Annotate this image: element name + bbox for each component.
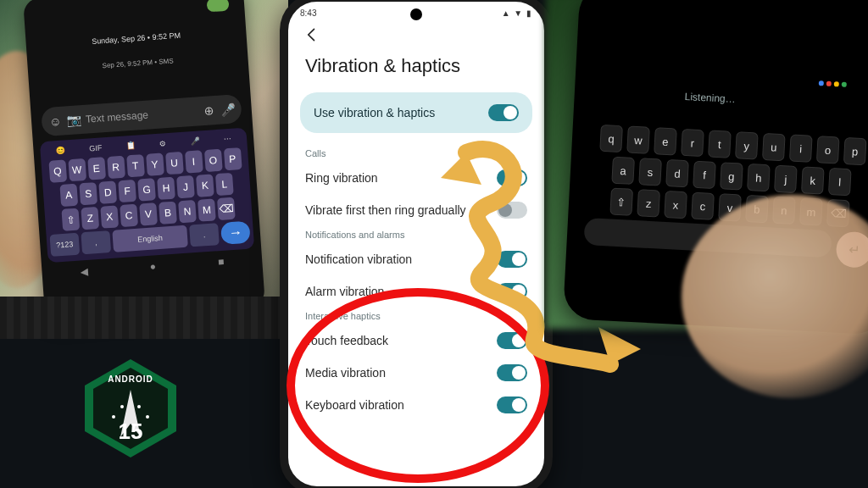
kb-key[interactable]: c	[691, 192, 715, 220]
laptop-keyboard-bg	[0, 297, 288, 339]
kb-key[interactable]: J	[176, 175, 195, 198]
kb-key[interactable]: l	[828, 168, 852, 196]
kb-key[interactable]: R	[107, 156, 125, 179]
kb-key[interactable]: d	[665, 159, 689, 187]
badge-top-text: ANDROID	[78, 374, 183, 384]
section-header: Calls	[288, 145, 544, 162]
kb-key[interactable]: g	[720, 162, 743, 190]
kb-key[interactable]: a	[611, 157, 635, 185]
android-15-badge: ANDROID 15	[78, 356, 183, 461]
attach-icon[interactable]: ⊕	[202, 103, 216, 118]
kb-key[interactable]: L	[215, 173, 234, 196]
kb-key[interactable]: I	[185, 150, 203, 173]
master-toggle-card[interactable]: Use vibration & haptics	[300, 92, 532, 133]
kb-key[interactable]: q	[599, 125, 623, 152]
kb-period[interactable]: .	[189, 223, 220, 247]
setting-row[interactable]: Keyboard vibration	[288, 389, 544, 421]
kb-key[interactable]: ⇧	[61, 208, 80, 231]
nav-recent-icon[interactable]: ■	[218, 256, 225, 268]
kb-tool[interactable]: ⋯	[224, 135, 232, 144]
kb-key[interactable]: E	[87, 157, 106, 180]
svg-point-3	[120, 405, 124, 408]
setting-toggle[interactable]	[497, 283, 527, 300]
kb-key[interactable]: o	[816, 136, 840, 164]
kb-key[interactable]: K	[196, 174, 214, 197]
kb-comma[interactable]: ,	[81, 230, 111, 254]
kb-tool[interactable]: ⚙	[159, 139, 167, 148]
kb-key[interactable]: T	[126, 154, 145, 177]
kb-key[interactable]: X	[100, 205, 119, 228]
setting-toggle[interactable]	[497, 364, 527, 381]
kb-key[interactable]: y	[735, 131, 759, 159]
kb-space[interactable]: English	[112, 225, 188, 252]
kb-enter[interactable]: →	[220, 221, 251, 245]
setting-row[interactable]: Vibrate first then ring gradually	[288, 194, 544, 226]
mic-icon[interactable]: 🎤	[220, 102, 235, 116]
setting-label: Vibrate first then ring gradually	[305, 203, 466, 217]
kb-key[interactable]: j	[774, 165, 798, 193]
kb-key[interactable]: p	[843, 137, 867, 165]
nav-home-icon[interactable]: ●	[149, 260, 156, 272]
chat-date: Sunday, Sep 26 • 9:52 PM	[33, 27, 241, 57]
kb-key[interactable]: B	[159, 202, 177, 225]
setting-row[interactable]: Notification vibration	[288, 243, 544, 275]
setting-row[interactable]: Ring vibration	[288, 162, 544, 194]
kb-tool[interactable]: 📋	[125, 141, 136, 151]
kb-key[interactable]: G	[137, 178, 156, 201]
setting-toggle[interactable]	[497, 251, 527, 268]
kb-key[interactable]: P	[223, 147, 242, 170]
setting-label: Touch feedback	[305, 334, 388, 347]
kb-key[interactable]: Z	[81, 207, 99, 230]
kb-tool[interactable]: GIF	[89, 143, 103, 152]
kb-key[interactable]: k	[801, 166, 825, 194]
kb-key[interactable]: ⇧	[609, 188, 633, 216]
kb-key[interactable]: r	[681, 129, 704, 157]
left-keyboard[interactable]: 😊 GIF 📋 ⚙ 🎤 ⋯ QWERTYUIOP ASDFGHJKL ⇧ZXCV…	[40, 128, 254, 263]
kb-key[interactable]: M	[198, 198, 216, 221]
setting-toggle[interactable]	[497, 169, 527, 186]
kb-key[interactable]: x	[664, 191, 687, 219]
kb-key[interactable]: w	[626, 126, 650, 154]
kb-key[interactable]: ⌫	[217, 197, 236, 220]
kb-key[interactable]: h	[747, 164, 771, 191]
svg-point-4	[137, 405, 141, 408]
assistant-dots-icon	[819, 80, 847, 87]
chat-bubble	[207, 0, 230, 12]
kb-key[interactable]: H	[157, 177, 175, 200]
setting-row[interactable]: Touch feedback	[288, 324, 544, 357]
setting-row[interactable]: Media vibration	[288, 357, 544, 389]
back-arrow-icon[interactable]	[303, 26, 320, 43]
setting-toggle[interactable]	[497, 202, 527, 219]
kb-key[interactable]: i	[789, 135, 813, 163]
kb-key[interactable]: V	[139, 202, 158, 225]
kb-key[interactable]: s	[638, 158, 662, 186]
kb-key[interactable]: S	[79, 182, 97, 205]
kb-key[interactable]: U	[165, 152, 184, 175]
kb-key[interactable]: A	[59, 184, 78, 207]
setting-row[interactable]: Alarm vibration	[288, 275, 544, 308]
kb-key[interactable]: z	[637, 189, 660, 217]
kb-key[interactable]: e	[654, 127, 677, 155]
kb-key[interactable]: t	[708, 130, 732, 158]
kb-tool[interactable]: 🎤	[190, 136, 200, 146]
page-title: Vibration & haptics	[288, 47, 544, 89]
kb-key[interactable]: Q	[48, 160, 67, 183]
kb-key[interactable]: f	[693, 161, 716, 189]
kb-tool[interactable]: 😊	[56, 147, 66, 156]
nav-back-icon[interactable]: ◀	[80, 265, 88, 278]
kb-key[interactable]: u	[762, 133, 786, 161]
setting-toggle[interactable]	[497, 332, 527, 349]
kb-key[interactable]: O	[203, 149, 222, 172]
emoji-icon[interactable]: ☺	[48, 114, 63, 129]
kb-key[interactable]: D	[98, 180, 117, 203]
master-toggle[interactable]	[488, 104, 519, 121]
kb-key[interactable]: Y	[146, 152, 164, 175]
kb-key[interactable]: F	[118, 180, 136, 202]
setting-label: Keyboard vibration	[305, 398, 404, 412]
kb-key[interactable]: N	[178, 200, 197, 223]
camera-icon[interactable]: 📷	[67, 113, 81, 127]
kb-sym[interactable]: ?123	[49, 233, 80, 257]
setting-toggle[interactable]	[497, 396, 527, 413]
kb-key[interactable]: C	[120, 204, 138, 227]
kb-key[interactable]: W	[68, 158, 86, 181]
